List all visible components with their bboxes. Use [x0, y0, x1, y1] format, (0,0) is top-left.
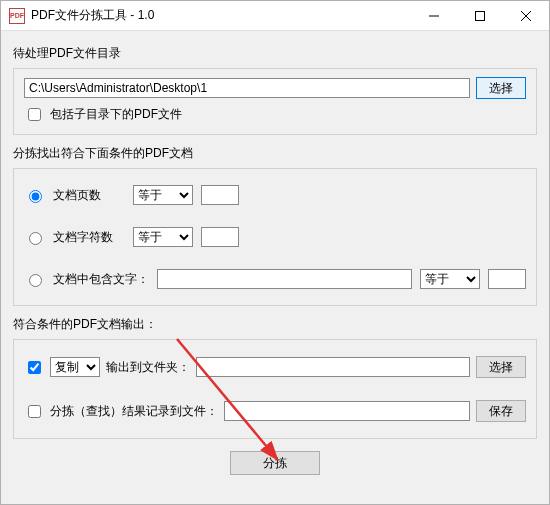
- sort-button[interactable]: 分拣: [230, 451, 320, 475]
- maximize-button[interactable]: [457, 1, 503, 30]
- cond-pages-label: 文档页数: [53, 187, 125, 204]
- svg-rect-1: [476, 11, 485, 20]
- section3-title: 符合条件的PDF文档输出：: [13, 316, 537, 333]
- source-group: 选择 包括子目录下的PDF文件: [13, 68, 537, 135]
- log-file-input[interactable]: [224, 401, 470, 421]
- app-window: PDF PDF文件分拣工具 - 1.0 待处理PDF文件目录 选择 包括子目录下…: [0, 0, 550, 505]
- minimize-button[interactable]: [411, 1, 457, 30]
- log-enable-checkbox[interactable]: [28, 405, 41, 418]
- cond-chars-value-input[interactable]: [201, 227, 239, 247]
- cond-chars-op-select[interactable]: 等于: [133, 227, 193, 247]
- log-label: 分拣（查找）结果记录到文件：: [50, 403, 218, 420]
- output-browse-button[interactable]: 选择: [476, 356, 526, 378]
- source-path-input[interactable]: [24, 78, 470, 98]
- cond-pages-op-select[interactable]: 等于: [133, 185, 193, 205]
- window-title: PDF文件分拣工具 - 1.0: [31, 7, 411, 24]
- output-enable-checkbox[interactable]: [28, 361, 41, 374]
- cond-text-count-input[interactable]: [488, 269, 526, 289]
- output-folder-input[interactable]: [196, 357, 470, 377]
- output-action-select[interactable]: 复制: [50, 357, 100, 377]
- output-group: 复制 输出到文件夹： 选择 分拣（查找）结果记录到文件： 保存: [13, 339, 537, 439]
- cond-chars-radio[interactable]: [29, 232, 42, 245]
- include-subdir-label: 包括子目录下的PDF文件: [50, 106, 182, 123]
- cond-pages-radio[interactable]: [29, 190, 42, 203]
- include-subdir-checkbox[interactable]: [28, 108, 41, 121]
- cond-pages-value-input[interactable]: [201, 185, 239, 205]
- cond-text-radio[interactable]: [29, 274, 42, 287]
- app-icon: PDF: [9, 8, 25, 24]
- content: 待处理PDF文件目录 选择 包括子目录下的PDF文件 分拣找出符合下面条件的PD…: [1, 31, 549, 485]
- section1-title: 待处理PDF文件目录: [13, 45, 537, 62]
- close-button[interactable]: [503, 1, 549, 30]
- cond-chars-label: 文档字符数: [53, 229, 125, 246]
- conditions-group: 文档页数 等于 文档字符数 等于 文档中包含文字： 等于: [13, 168, 537, 306]
- log-save-button[interactable]: 保存: [476, 400, 526, 422]
- window-controls: [411, 1, 549, 30]
- cond-text-input[interactable]: [157, 269, 412, 289]
- cond-text-label: 文档中包含文字：: [53, 271, 149, 288]
- cond-text-op-select[interactable]: 等于: [420, 269, 480, 289]
- source-browse-button[interactable]: 选择: [476, 77, 526, 99]
- titlebar: PDF PDF文件分拣工具 - 1.0: [1, 1, 549, 31]
- output-folder-label: 输出到文件夹：: [106, 359, 190, 376]
- section2-title: 分拣找出符合下面条件的PDF文档: [13, 145, 537, 162]
